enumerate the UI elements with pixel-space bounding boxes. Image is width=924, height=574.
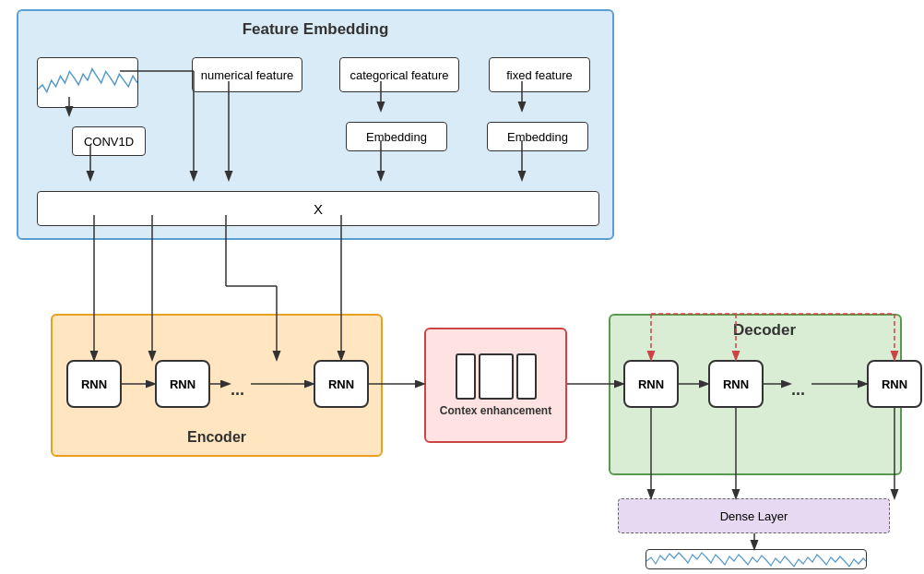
dense-label: Dense Layer — [720, 509, 788, 523]
embedding2-box: Embedding — [487, 122, 588, 151]
rnn-enc-3-label: RNN — [328, 377, 354, 391]
feature-embedding-title: Feature Embedding — [243, 20, 389, 39]
rnn-decoder-2: RNN — [708, 360, 764, 408]
context-enhancement-box: Contex enhancement — [424, 328, 567, 443]
rnn-decoder-3: RNN — [867, 360, 922, 408]
context-title: Contex enhancement — [435, 404, 556, 417]
context-inner — [456, 353, 537, 400]
embedding2-label: Embedding — [507, 130, 568, 144]
rnn-enc-2-label: RNN — [170, 377, 195, 391]
rnn-encoder-2: RNN — [155, 360, 210, 408]
rnn-dec-1-label: RNN — [638, 377, 664, 391]
context-rect-2 — [479, 353, 514, 400]
feature-embedding-box: Feature Embedding numerical feature cate… — [17, 9, 614, 240]
x-bar: X — [37, 191, 599, 226]
conv1d-label: CONV1D — [84, 135, 134, 149]
x-label: X — [314, 201, 323, 217]
timeseries-input-box — [37, 57, 138, 108]
rnn-enc-1-label: RNN — [81, 377, 107, 391]
numerical-label: numerical feature — [201, 68, 293, 82]
encoder-title: Encoder — [187, 429, 246, 446]
conv1d-box: CONV1D — [72, 126, 146, 156]
fixed-label: fixed feature — [506, 68, 573, 82]
context-rect-3 — [516, 353, 537, 400]
context-rect-1 — [456, 353, 476, 400]
diagram-container: Feature Embedding numerical feature cate… — [0, 0, 924, 574]
output-timeseries-box — [646, 549, 867, 569]
rnn-decoder-1: RNN — [623, 360, 679, 408]
decoder-dots: ... — [791, 380, 805, 400]
fixed-feature-box: fixed feature — [489, 57, 590, 92]
rnn-dec-2-label: RNN — [723, 377, 749, 391]
encoder-dots: ... — [231, 380, 244, 400]
categorical-label: categorical feature — [350, 68, 449, 82]
rnn-encoder-3: RNN — [314, 360, 369, 408]
categorical-feature-box: categorical feature — [339, 57, 459, 92]
rnn-dec-3-label: RNN — [882, 377, 907, 391]
decoder-title: Decoder — [733, 321, 796, 340]
rnn-encoder-1: RNN — [66, 360, 122, 408]
embedding1-box: Embedding — [346, 122, 447, 151]
numerical-feature-box: numerical feature — [192, 57, 302, 92]
dense-layer-box: Dense Layer — [618, 498, 890, 533]
embedding1-label: Embedding — [366, 130, 427, 144]
